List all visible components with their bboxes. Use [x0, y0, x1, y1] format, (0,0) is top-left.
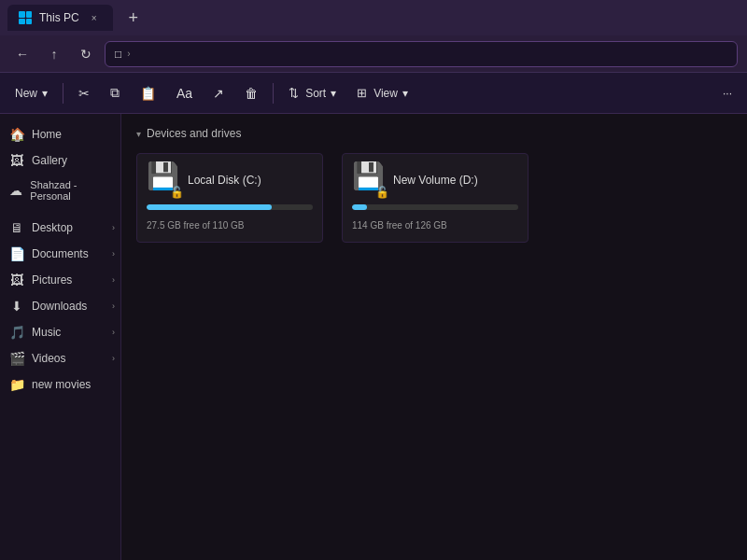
sidebar-item-music[interactable]: 🎵 Music › [0, 319, 120, 345]
new-chevron-icon: ▾ [42, 87, 48, 100]
drive-bar-c [147, 204, 272, 210]
address-icon: □ [115, 48, 121, 61]
new-tab-button[interactable]: + [120, 5, 147, 31]
sidebar-item-downloads[interactable]: ⬇ Downloads › [0, 293, 120, 319]
sidebar-item-home[interactable]: 🏠 Home [0, 121, 120, 147]
content-area: ▾ Devices and drives 💾 🔓 Local Disk (C:)… [121, 114, 747, 560]
view-button[interactable]: ⊞ View ▾ [347, 77, 417, 109]
title-bar: This PC × + [0, 0, 747, 35]
sort-chevron-icon: ▾ [331, 87, 336, 100]
rename-icon: Aa [176, 86, 192, 101]
sidebar: 🏠 Home 🖼 Gallery ☁ Shahzad - Personal 🖥 … [0, 114, 121, 560]
delete-icon: 🗑 [245, 86, 258, 101]
toolbar: New ▾ ✂ ⧉ 📋 Aa ↗ 🗑 ⇅ Sort ▾ ⊞ View ▾ ··· [0, 73, 747, 114]
sort-arrows-icon: ⇅ [289, 86, 299, 100]
videos-icon: 🎬 [9, 351, 24, 366]
sidebar-item-label: Documents [32, 247, 89, 260]
paste-button[interactable]: 📋 [131, 77, 165, 109]
drive-icon-wrapper-c: 💾 🔓 [147, 163, 180, 197]
drive-icon-wrapper-d: 💾 🔓 [352, 163, 386, 197]
address-chevron-icon: › [127, 49, 130, 59]
copy-button[interactable]: ⧉ [101, 77, 129, 109]
drive-name-c: Local Disk (C:) [188, 174, 261, 187]
sidebar-item-label: Home [32, 128, 62, 141]
rename-button[interactable]: Aa [167, 77, 202, 109]
sidebar-item-label: Videos [32, 352, 65, 365]
back-button[interactable]: ← [9, 41, 35, 67]
drive-name-d: New Volume (D:) [393, 174, 478, 187]
arrow-icon: › [112, 223, 115, 232]
share-icon: ↗ [213, 86, 224, 101]
windows-logo-icon [19, 11, 32, 24]
gallery-icon: 🖼 [9, 153, 24, 168]
sort-button[interactable]: ⇅ Sort ▾ [279, 77, 345, 109]
view-label: View [374, 87, 398, 100]
toolbar-divider-2 [273, 83, 274, 104]
new-button[interactable]: New ▾ [6, 77, 57, 109]
sidebar-item-desktop[interactable]: 🖥 Desktop › [0, 215, 120, 241]
cloud-icon: ☁ [9, 183, 22, 198]
sidebar-item-label: new movies [32, 378, 91, 391]
drive-info-d: 114 GB free of 126 GB [352, 220, 447, 231]
paste-icon: 📋 [140, 86, 156, 101]
sidebar-item-personal[interactable]: ☁ Shahzad - Personal [0, 174, 120, 207]
sidebar-item-label: Shahzad - Personal [30, 179, 111, 202]
drive-bar-d [352, 204, 367, 210]
home-icon: 🏠 [9, 127, 24, 142]
tab-label: This PC [39, 11, 79, 24]
lock-icon-c: 🔓 [170, 186, 184, 199]
pictures-icon: 🖼 [9, 273, 24, 287]
folder-icon: 📁 [9, 377, 24, 392]
lock-icon-d: 🔓 [375, 186, 389, 199]
sidebar-item-label: Pictures [32, 273, 72, 287]
drives-grid: 💾 🔓 Local Disk (C:) 27.5 GB free of 110 … [136, 153, 732, 243]
arrow-icon: › [112, 301, 115, 311]
nav-bar: ← ↑ ↻ □ › [0, 35, 747, 73]
documents-icon: 📄 [9, 246, 24, 261]
main-layout: 🏠 Home 🖼 Gallery ☁ Shahzad - Personal 🖥 … [0, 114, 747, 560]
section-chevron-icon: ▾ [136, 129, 141, 139]
toolbar-divider-1 [63, 83, 63, 104]
new-label: New [15, 87, 37, 100]
downloads-icon: ⬇ [9, 299, 24, 314]
cut-button[interactable]: ✂ [69, 77, 99, 109]
sidebar-item-label: Music [32, 326, 61, 339]
up-button[interactable]: ↑ [41, 41, 67, 67]
section-header: ▾ Devices and drives [136, 127, 732, 140]
sidebar-item-label: Gallery [32, 154, 67, 167]
sidebar-item-videos[interactable]: 🎬 Videos › [0, 345, 120, 371]
arrow-icon: › [112, 249, 115, 259]
arrow-icon: › [112, 354, 115, 363]
sidebar-item-pictures[interactable]: 🖼 Pictures › [0, 267, 120, 293]
drive-info-c: 27.5 GB free of 110 GB [147, 220, 245, 231]
copy-icon: ⧉ [110, 85, 120, 101]
view-chevron-icon: ▾ [402, 87, 408, 100]
cut-icon: ✂ [78, 86, 90, 101]
arrow-icon: › [112, 328, 115, 337]
tab-close-button[interactable]: × [87, 10, 102, 25]
sidebar-item-new-movies[interactable]: 📁 new movies [0, 371, 120, 398]
view-grid-icon: ⊞ [357, 86, 367, 100]
sort-label: Sort [305, 87, 326, 100]
refresh-button[interactable]: ↻ [73, 41, 99, 67]
drive-bar-container-d [352, 204, 518, 210]
drive-card-d[interactable]: 💾 🔓 New Volume (D:) 114 GB free of 126 G… [342, 153, 529, 243]
sidebar-item-documents[interactable]: 📄 Documents › [0, 241, 120, 267]
music-icon: 🎵 [9, 325, 24, 340]
desktop-icon: 🖥 [9, 220, 24, 235]
arrow-icon: › [112, 275, 115, 285]
drive-bar-container-c [147, 204, 313, 210]
address-bar[interactable]: □ › [105, 41, 738, 67]
drive-header-c: 💾 🔓 Local Disk (C:) [147, 163, 313, 197]
drive-card-c[interactable]: 💾 🔓 Local Disk (C:) 27.5 GB free of 110 … [136, 153, 323, 243]
sidebar-item-label: Desktop [32, 221, 73, 234]
sidebar-item-gallery[interactable]: 🖼 Gallery [0, 147, 120, 174]
explorer-tab[interactable]: This PC × [7, 5, 113, 31]
sidebar-item-label: Downloads [32, 300, 87, 313]
delete-button[interactable]: 🗑 [235, 77, 267, 109]
share-button[interactable]: ↗ [204, 77, 233, 109]
more-options-button[interactable]: ··· [713, 77, 741, 109]
section-label: Devices and drives [147, 127, 241, 140]
drive-header-d: 💾 🔓 New Volume (D:) [352, 163, 518, 197]
